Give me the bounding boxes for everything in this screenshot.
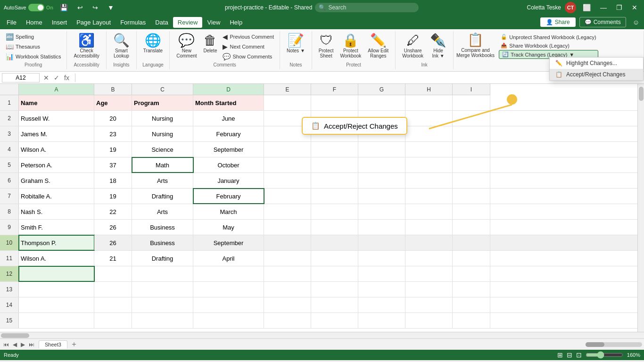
cell-E8[interactable]	[264, 204, 311, 219]
cell-H15[interactable]	[405, 313, 453, 328]
cell-H1[interactable]	[405, 95, 453, 110]
cell-G7[interactable]	[358, 189, 405, 204]
previous-comment-button[interactable]: ◀ Previous Comment	[221, 32, 276, 41]
cell-C1[interactable]: Program	[132, 95, 193, 110]
col-header-D[interactable]: D	[193, 84, 264, 95]
cell-B12[interactable]	[94, 266, 132, 281]
col-header-F[interactable]: F	[311, 84, 358, 95]
sheet-tab-sheet3[interactable]: Sheet3	[39, 340, 67, 348]
undo-button[interactable]: ↩	[74, 4, 86, 11]
cell-C14[interactable]	[132, 297, 193, 313]
cell-H11[interactable]	[405, 251, 453, 266]
cell-C13[interactable]	[132, 282, 193, 297]
row-num-13[interactable]: 13	[0, 282, 19, 297]
cell-H2[interactable]	[405, 111, 453, 126]
col-header-G[interactable]: G	[358, 84, 405, 95]
cell-E7[interactable]	[264, 189, 311, 204]
cell-H6[interactable]	[405, 173, 453, 188]
ribbon-display-button[interactable]: ⬜	[580, 4, 594, 11]
cell-H9[interactable]	[405, 220, 453, 235]
search-input[interactable]	[315, 3, 419, 12]
cell-B8[interactable]: 22	[94, 204, 132, 219]
cell-H3[interactable]	[405, 126, 453, 141]
cell-A10[interactable]: Thompson P.	[19, 235, 94, 250]
page-layout-view-button[interactable]: ⊟	[567, 351, 572, 359]
notes-button[interactable]: 📝 Notes ▼	[284, 32, 308, 55]
save-button[interactable]: 💾	[57, 4, 71, 11]
page-break-preview-button[interactable]: ⊡	[576, 351, 582, 359]
row-num-6[interactable]: 6	[0, 173, 19, 188]
row-num-5[interactable]: 5	[0, 157, 19, 173]
col-header-E[interactable]: E	[264, 84, 311, 95]
vertical-scrollbar[interactable]	[637, 84, 644, 332]
cell-F7[interactable]	[311, 189, 358, 204]
cell-G5[interactable]	[358, 157, 405, 173]
cell-B13[interactable]	[94, 282, 132, 297]
cell-C11[interactable]: Drafting	[132, 251, 193, 266]
col-header-C[interactable]: C	[132, 84, 193, 95]
cell-C9[interactable]: Business	[132, 220, 193, 235]
row-num-8[interactable]: 8	[0, 204, 19, 219]
comments-button[interactable]: 💬 Comments	[579, 17, 626, 27]
insert-function-button[interactable]: fx	[62, 74, 71, 82]
cell-A12[interactable]	[19, 266, 94, 281]
row-num-15[interactable]: 15	[0, 313, 19, 328]
highlight-changes-item[interactable]: ✏️ Highlight Changes...	[550, 58, 643, 69]
cell-A2[interactable]: Russell W.	[19, 111, 94, 126]
cell-E3[interactable]	[264, 126, 311, 141]
cell-D12[interactable]	[193, 266, 264, 281]
accept-reject-changes-item[interactable]: 📋 Accept/Reject Changes	[550, 69, 643, 80]
cell-C8[interactable]: Arts	[132, 204, 193, 219]
col-header-A[interactable]: A	[19, 84, 94, 95]
cell-D7[interactable]: February	[193, 189, 264, 204]
cell-C10[interactable]: Business	[132, 235, 193, 250]
cell-E5[interactable]	[264, 157, 311, 173]
translate-button[interactable]: 🌐 Translate	[140, 32, 165, 55]
cell-I14[interactable]	[453, 297, 490, 313]
cell-A15[interactable]	[19, 313, 94, 328]
cell-F1[interactable]	[311, 95, 358, 110]
cell-I8[interactable]	[453, 204, 490, 219]
cell-F14[interactable]	[311, 297, 358, 313]
col-header-I[interactable]: I	[453, 84, 490, 95]
emoji-button[interactable]: ☺	[630, 18, 642, 26]
cell-G3[interactable]	[358, 126, 405, 141]
menu-review[interactable]: Review	[173, 17, 203, 28]
next-sheet-button[interactable]: ▶	[19, 341, 26, 348]
new-comment-button[interactable]: 💬 NewComment	[173, 32, 199, 60]
cell-I7[interactable]	[453, 189, 490, 204]
row-num-11[interactable]: 11	[0, 251, 19, 266]
cell-C7[interactable]: Drafting	[132, 189, 193, 204]
compare-merge-button[interactable]: 📋 Compare andMerge Workbooks	[454, 32, 497, 60]
hide-ink-button[interactable]: ✒️ HideInk ▼	[427, 32, 449, 60]
thesaurus-button[interactable]: 📖 Thesaurus	[4, 42, 63, 51]
cell-A11[interactable]: Wilson A.	[19, 251, 94, 266]
cell-E2[interactable]	[264, 111, 311, 126]
cell-D1[interactable]: Month Started	[193, 95, 264, 110]
prev-sheet-button[interactable]: ◀	[11, 341, 18, 348]
workbook-statistics-button[interactable]: 📊 Workbook Statistics	[4, 52, 63, 61]
cell-D3[interactable]: February	[193, 126, 264, 141]
cell-E6[interactable]	[264, 173, 311, 188]
cell-B6[interactable]: 18	[94, 173, 132, 188]
menu-insert[interactable]: Insert	[47, 17, 72, 28]
cell-G14[interactable]	[358, 297, 405, 313]
cell-I11[interactable]	[453, 251, 490, 266]
cell-F4[interactable]	[311, 142, 358, 157]
first-sheet-button[interactable]: ⏮	[2, 341, 10, 348]
allow-edit-ranges-button[interactable]: ✏️ Allow EditRanges	[365, 32, 391, 60]
scrollbar-thumb-h[interactable]	[1, 333, 29, 338]
cell-H10[interactable]	[405, 235, 453, 250]
cell-G12[interactable]	[358, 266, 405, 281]
cell-C2[interactable]: Nursing	[132, 111, 193, 126]
name-box[interactable]	[2, 73, 40, 82]
cell-A4[interactable]: Wilson A.	[19, 142, 94, 157]
last-sheet-button[interactable]: ⏭	[27, 341, 36, 348]
menu-page-layout[interactable]: Page Layout	[72, 17, 116, 28]
cell-B3[interactable]: 23	[94, 126, 132, 141]
cell-G2[interactable]	[358, 111, 405, 126]
menu-data[interactable]: Data	[150, 17, 173, 28]
cell-B2[interactable]: 20	[94, 111, 132, 126]
cell-F6[interactable]	[311, 173, 358, 188]
cell-D5[interactable]: October	[193, 157, 264, 173]
